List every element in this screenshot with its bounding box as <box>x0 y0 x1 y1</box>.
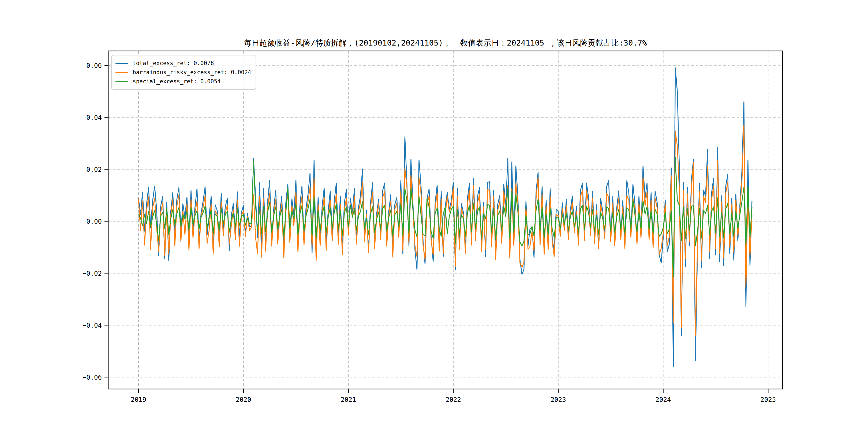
series-line-barraindus_risky_excess_ret <box>138 125 752 336</box>
y-tick-label-−0.02: −0.02 <box>83 270 102 277</box>
legend-swatch-special-line-icon <box>116 81 128 82</box>
legend-label: barraindus_risky_excess_ret: 0.0024 <box>133 70 251 75</box>
x-tick-label-2024: 2024 <box>656 396 671 403</box>
y-tick-label-0.00: 0.00 <box>86 218 102 225</box>
x-tick-label-2020: 2020 <box>236 396 251 403</box>
x-tick-label-2022: 2022 <box>445 396 461 403</box>
chart-title: 每日超额收益-风险/特质拆解，(20190102,20241105)， 数值表示… <box>108 38 782 48</box>
y-tick-label-0.02: 0.02 <box>86 166 102 173</box>
legend: total_excess_ret: 0.0078 barraindus_risk… <box>111 55 256 90</box>
x-tick-label-2025: 2025 <box>760 396 776 403</box>
legend-label: special_excess_ret: 0.0054 <box>133 79 221 84</box>
x-tick-label-2023: 2023 <box>551 396 566 403</box>
legend-swatch-barraindus-line-icon <box>116 72 128 73</box>
legend-label: total_excess_ret: 0.0078 <box>133 61 214 66</box>
legend-swatch-total-line-icon <box>116 63 128 64</box>
plot-border <box>108 51 782 389</box>
x-tick-label-2019: 2019 <box>131 396 146 403</box>
y-tick-label-0.06: 0.06 <box>86 62 102 69</box>
figure: 20192020202120222023202420250.060.040.02… <box>0 0 868 434</box>
y-tick-label-−0.06: −0.06 <box>83 374 102 381</box>
x-tick-label-2021: 2021 <box>341 396 356 403</box>
legend-item: special_excess_ret: 0.0054 <box>116 77 251 86</box>
legend-item: total_excess_ret: 0.0078 <box>116 59 251 68</box>
legend-item: barraindus_risky_excess_ret: 0.0024 <box>116 68 251 77</box>
y-tick-label-0.04: 0.04 <box>86 114 102 121</box>
y-tick-label-−0.04: −0.04 <box>83 322 102 329</box>
